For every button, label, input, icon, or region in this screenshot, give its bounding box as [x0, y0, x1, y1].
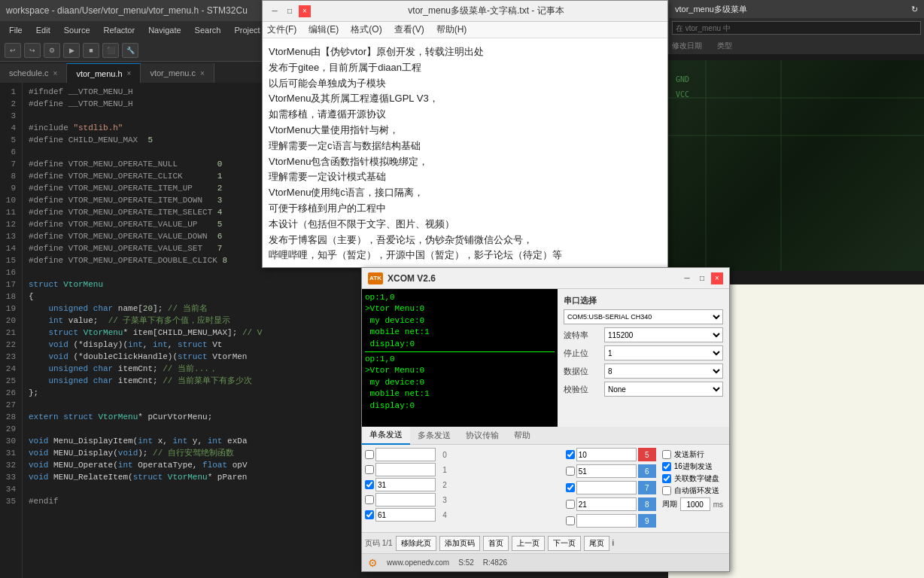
send-btn-6[interactable]: 6 [638, 464, 656, 478]
right-cb-0[interactable] [566, 450, 575, 459]
send-input-3[interactable] [375, 493, 436, 507]
send-row-4: 4 [365, 508, 563, 522]
send-btn-5[interactable]: 5 [638, 448, 656, 461]
xcom-body: op:1,0 >Vtor Menu:0 my device:0 mobile n… [362, 289, 729, 427]
right-input-4[interactable] [576, 514, 637, 528]
send-btn-7[interactable]: 7 [638, 481, 656, 494]
send-cb-3[interactable] [365, 495, 374, 504]
opt-cb-newline[interactable] [662, 450, 671, 459]
status-s: S:52 [458, 558, 474, 567]
toolbar-btn-5[interactable]: ■ [83, 43, 99, 58]
send-btn-9[interactable]: 9 [638, 514, 656, 528]
send-input-2[interactable] [375, 478, 436, 491]
xcom-tab-help[interactable]: 帮助 [506, 427, 538, 445]
right-sends: 5 6 7 8 [566, 448, 656, 529]
tab-vtor-menu-h[interactable]: vtor_menu.h × [67, 63, 141, 83]
send-cb-2[interactable] [365, 480, 374, 489]
tab-vtor-menu-c-label: vtor_menu.c [150, 68, 196, 78]
xcom-window: ATK XCOM V2.6 ─ □ × op:1,0 >Vtor Menu:0 … [361, 267, 730, 572]
right-input-3[interactable] [576, 497, 637, 511]
xcom-maximize[interactable]: □ [696, 272, 708, 284]
menu-refactor[interactable]: Refactor [98, 24, 141, 36]
tab-vtor-menu-c[interactable]: vtor_menu.c × [141, 63, 214, 83]
prev-page-btn[interactable]: 上一页 [512, 536, 545, 551]
data-select[interactable]: 8 [604, 364, 723, 379]
xcom-tab-multi[interactable]: 多条发送 [410, 427, 458, 445]
right-cb-1[interactable] [566, 467, 575, 476]
opt-period-row: 周期 ms [662, 497, 723, 511]
send-cb-0[interactable] [365, 450, 374, 459]
xcom-terminal: op:1,0 >Vtor Menu:0 my device:0 mobile n… [362, 289, 558, 427]
xcom-footer: 页码 1/1 移除此页 添加页码 首页 上一页 下一页 尾页 i [362, 532, 729, 553]
last-page-btn[interactable]: 尾页 [584, 536, 609, 551]
status-gear-icon[interactable]: ⚙ [368, 557, 378, 569]
toolbar-btn-2[interactable]: ↪ [24, 43, 41, 58]
send-input-0[interactable] [375, 448, 436, 461]
term-line-8: my device:0 [365, 377, 555, 388]
notepad-menubar[interactable]: 文件(F) 编辑(E) 格式(O) 查看(V) 帮助(H) [263, 22, 667, 38]
first-page-btn[interactable]: 首页 [483, 536, 509, 551]
send-cb-4[interactable] [365, 510, 374, 519]
term-line-2: >Vtor Menu:0 [365, 303, 555, 315]
send-row-1: 1 [365, 463, 563, 476]
opt-label-hex: 16进制发送 [674, 461, 713, 472]
send-input-1[interactable] [375, 463, 436, 476]
parity-select[interactable]: None [604, 382, 723, 397]
vtor-search-input[interactable] [672, 21, 921, 35]
toolbar-btn-7[interactable]: 🔧 [122, 43, 138, 58]
notepad-menu-view[interactable]: 查看(V) [394, 23, 424, 36]
right-send-row-1: 6 [566, 464, 656, 478]
port-select[interactable]: COM5:USB-SERIAL CH340 [564, 309, 723, 324]
vtor-search-bar [669, 18, 924, 38]
menu-search[interactable]: Search [189, 24, 227, 36]
tab-vtor-menu-c-close[interactable]: × [200, 69, 205, 78]
send-cb-1[interactable] [365, 465, 374, 474]
right-input-2[interactable] [576, 481, 637, 494]
opt-label-numpad: 关联数字键盘 [674, 473, 719, 484]
notepad-minimize[interactable]: ─ [269, 5, 281, 17]
toolbar-btn-6[interactable]: ⬛ [102, 43, 119, 58]
term-line-4: mobile net:1 [365, 327, 555, 338]
tab-schedule-close[interactable]: × [53, 69, 58, 78]
send-input-4[interactable] [375, 508, 436, 522]
add-page-btn[interactable]: 添加页码 [439, 536, 480, 551]
notepad-menu-format[interactable]: 格式(O) [351, 23, 381, 36]
opt-cb-numpad[interactable] [662, 474, 671, 483]
tab-schedule[interactable]: schedule.c × [0, 63, 67, 83]
notepad-maximize[interactable]: □ [284, 5, 296, 17]
term-line-10: display:0 [365, 400, 555, 412]
pcb-board: GND VCC [668, 60, 924, 271]
notepad-menu-help[interactable]: 帮助(H) [436, 23, 467, 36]
opt-cb-auto[interactable] [662, 486, 671, 495]
opt-row-0: 发送新行 [662, 449, 723, 460]
next-page-btn[interactable]: 下一页 [548, 536, 581, 551]
notepad-menu-file[interactable]: 文件(F) [267, 23, 296, 36]
period-input[interactable] [680, 497, 710, 511]
toolbar-btn-3[interactable]: ⚙ [44, 43, 60, 58]
right-input-0[interactable] [576, 448, 637, 461]
menu-project[interactable]: Project [228, 24, 266, 36]
menu-navigate[interactable]: Navigate [142, 24, 187, 36]
menu-file[interactable]: File [3, 24, 29, 36]
stop-select[interactable]: 1 [604, 345, 723, 360]
menu-source[interactable]: Source [58, 24, 96, 36]
opt-cb-hex[interactable] [662, 462, 671, 471]
right-cb-4[interactable] [566, 516, 575, 525]
right-input-1[interactable] [576, 464, 637, 478]
toolbar-btn-4[interactable]: ▶ [63, 43, 80, 58]
menu-edit[interactable]: Edit [30, 24, 56, 36]
notepad-menu-edit[interactable]: 编辑(E) [309, 23, 339, 36]
toolbar-btn-1[interactable]: ↩ [5, 43, 21, 58]
xcom-tab-single[interactable]: 单条发送 [362, 427, 410, 445]
vtor-refresh-btn[interactable]: ↻ [911, 5, 918, 14]
notepad-close[interactable]: × [299, 5, 311, 17]
baud-select[interactable]: 115200 [604, 327, 723, 342]
right-cb-2[interactable] [566, 483, 575, 492]
xcom-close[interactable]: × [711, 272, 723, 284]
xcom-tab-protocol[interactable]: 协议传输 [458, 427, 506, 445]
remove-page-btn[interactable]: 移除此页 [396, 536, 436, 551]
send-btn-8[interactable]: 8 [638, 497, 656, 511]
tab-vtor-menu-h-close[interactable]: × [127, 69, 132, 78]
xcom-minimize[interactable]: ─ [681, 272, 693, 284]
right-cb-3[interactable] [566, 500, 575, 509]
